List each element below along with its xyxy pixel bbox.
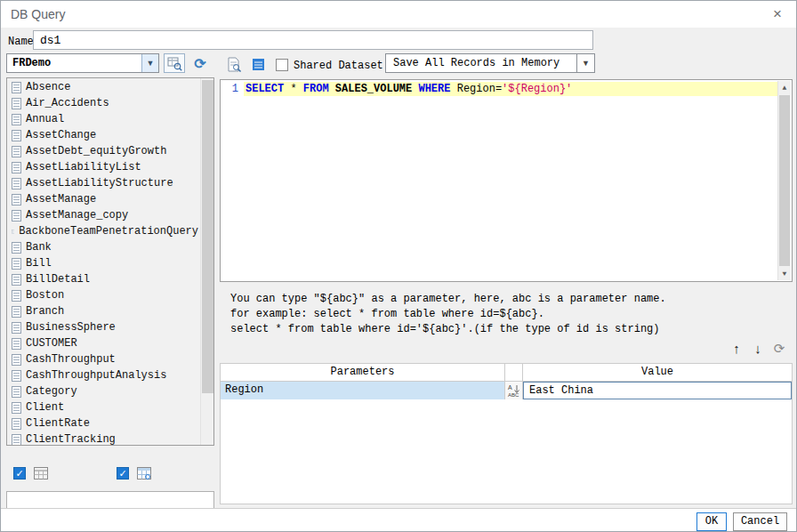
table-list-item[interactable]: ClientTracking xyxy=(7,431,198,446)
table-list-item[interactable]: AssetLiabilityStructure xyxy=(7,175,198,191)
table-list-item[interactable]: Branch xyxy=(7,303,198,319)
line-number: 1 xyxy=(221,82,238,96)
table-list: AbsenceAir_AccidentsAnnualAssetChangeAss… xyxy=(6,77,214,446)
table-name: AssetManage xyxy=(26,193,96,206)
table-icon xyxy=(12,402,21,414)
parameter-value-input[interactable]: East China xyxy=(523,382,792,399)
table-name: Category xyxy=(26,385,77,398)
sql-token-keyword: WHERE xyxy=(418,83,450,95)
shared-dataset-checkbox[interactable] xyxy=(276,59,288,71)
sql-token-plain: * xyxy=(284,83,303,95)
dataset-name-input[interactable]: ds1 xyxy=(33,30,593,50)
table-list-item[interactable]: CashThroughput xyxy=(7,351,198,367)
preview-query-button[interactable] xyxy=(223,54,245,75)
table-list-item[interactable]: Annual xyxy=(7,111,198,127)
table-list-item[interactable]: Absence xyxy=(7,79,198,95)
table-name: AssetLiabilityStructure xyxy=(26,177,173,189)
table-icon xyxy=(12,338,21,350)
refresh-parameters-button[interactable]: ⟳ xyxy=(771,341,787,357)
table-name: Annual xyxy=(26,113,64,125)
dialog-footer: OK Cancel xyxy=(1,508,796,531)
table-name: AssetChange xyxy=(26,129,96,141)
scrollbar-thumb[interactable] xyxy=(779,95,790,266)
sql-token-keyword: FROM xyxy=(303,83,329,95)
parameter-name-cell[interactable]: Region xyxy=(221,382,505,399)
table-list-item[interactable]: BackboneTeamPenetrationQuery xyxy=(7,223,198,239)
table-icon xyxy=(12,194,21,206)
sql-editor-scrollbar[interactable]: ▲ ▼ xyxy=(777,81,791,280)
table-icon xyxy=(12,242,21,254)
table-icon xyxy=(12,370,21,382)
table-list-item[interactable]: AssetManage_copy xyxy=(7,207,198,223)
move-parameter-up-button[interactable]: ↑ xyxy=(729,341,745,357)
table-list-scrollbar[interactable] xyxy=(200,78,213,445)
table-list-item[interactable]: AssetChange xyxy=(7,127,198,143)
table-filter-input[interactable] xyxy=(6,491,214,509)
ok-button[interactable]: OK xyxy=(696,512,727,531)
table-icon xyxy=(12,210,21,222)
scrollbar-thumb[interactable] xyxy=(202,80,213,393)
table-icon xyxy=(12,82,21,93)
dialog-title: DB Query xyxy=(11,7,65,21)
save-mode-chevron-down-icon[interactable]: ▼ xyxy=(576,53,595,73)
database-select[interactable]: FRDemo ▼ xyxy=(6,53,159,73)
scroll-up-icon[interactable]: ▲ xyxy=(778,81,791,94)
blue-dataset-button[interactable] xyxy=(248,54,270,75)
refresh-tables-button[interactable]: ⟳ xyxy=(189,53,211,73)
table-icon xyxy=(12,130,21,141)
parameters-header-name: Parameters xyxy=(221,364,505,381)
table-icon xyxy=(12,354,21,366)
table-name: BillDetail xyxy=(26,273,90,286)
table-list-item[interactable]: Bank xyxy=(7,239,198,255)
parameters-table: Parameters Value RegionAABCEast China xyxy=(220,363,793,504)
shared-dataset-label: Shared Dataset xyxy=(294,60,383,72)
blue-dataset-icon xyxy=(251,57,267,73)
table-icon xyxy=(12,322,21,334)
table-name: ClientTracking xyxy=(26,433,116,446)
help-text-line: select * from table where id='${abc}'.(i… xyxy=(230,322,666,337)
parameters-header-value: Value xyxy=(523,364,792,381)
table-name: Bill xyxy=(26,257,52,270)
table-name: Boston xyxy=(26,289,64,302)
table-list-item[interactable]: BillDetail xyxy=(7,271,198,287)
save-mode-value: Save All Records in Memory xyxy=(393,57,560,69)
table-list-item[interactable]: AssetManage xyxy=(7,191,198,207)
scroll-down-icon[interactable]: ▼ xyxy=(778,267,791,280)
parameters-table-body: RegionAABCEast China xyxy=(221,382,792,399)
table-list-item[interactable]: Boston xyxy=(7,287,198,303)
move-parameter-down-button[interactable]: ↓ xyxy=(750,341,766,357)
search-table-button[interactable] xyxy=(164,53,185,73)
table-name: Absence xyxy=(26,81,70,93)
parameters-table-header: Parameters Value xyxy=(221,364,792,382)
close-icon[interactable]: × xyxy=(768,4,787,24)
help-text-line: You can type "${abc}" as a parameter, he… xyxy=(230,292,666,307)
table-list-item[interactable]: AssetLiabilityList xyxy=(7,159,198,175)
table-name: CashThroughput xyxy=(26,353,116,366)
help-text-line: for example: select * from table where i… xyxy=(230,307,666,322)
table-list-item[interactable]: Air_Accidents xyxy=(7,95,198,111)
table-list-item[interactable]: Category xyxy=(7,383,198,399)
table-name: CUSTOMER xyxy=(26,337,77,350)
table-list-item[interactable]: Bill xyxy=(7,255,198,271)
sql-editor[interactable]: 1 SELECT * FROM SALES_VOLUME WHERE Regio… xyxy=(220,79,793,282)
table-list-item[interactable]: ClientRate xyxy=(7,415,198,431)
sql-token-plain: Region= xyxy=(450,83,502,95)
table-name: AssetManage_copy xyxy=(26,209,128,222)
table-name: AssetDebt_equityGrowth xyxy=(26,145,166,157)
sql-token-string: '${Region}' xyxy=(502,83,572,95)
table-list-item[interactable]: CUSTOMER xyxy=(7,335,198,351)
table-list-item[interactable]: AssetDebt_equityGrowth xyxy=(7,143,198,159)
save-mode-select[interactable]: Save All Records in Memory xyxy=(385,53,577,73)
parameter-type-cell[interactable]: AABC xyxy=(505,382,523,399)
table-list-item[interactable]: BusinessSphere xyxy=(7,319,198,335)
show-views-checkbox[interactable]: ✓ xyxy=(117,467,129,480)
cancel-button[interactable]: Cancel xyxy=(733,512,787,531)
table-icon xyxy=(12,162,21,173)
table-icon xyxy=(12,98,21,109)
table-list-item[interactable]: CashThroughputAnalysis xyxy=(7,367,198,383)
table-name: AssetLiabilityList xyxy=(26,161,141,173)
show-tables-checkbox[interactable]: ✓ xyxy=(13,467,26,480)
chevron-down-icon[interactable]: ▼ xyxy=(141,54,158,72)
table-name: Air_Accidents xyxy=(26,97,109,109)
table-list-item[interactable]: Client xyxy=(7,399,198,415)
